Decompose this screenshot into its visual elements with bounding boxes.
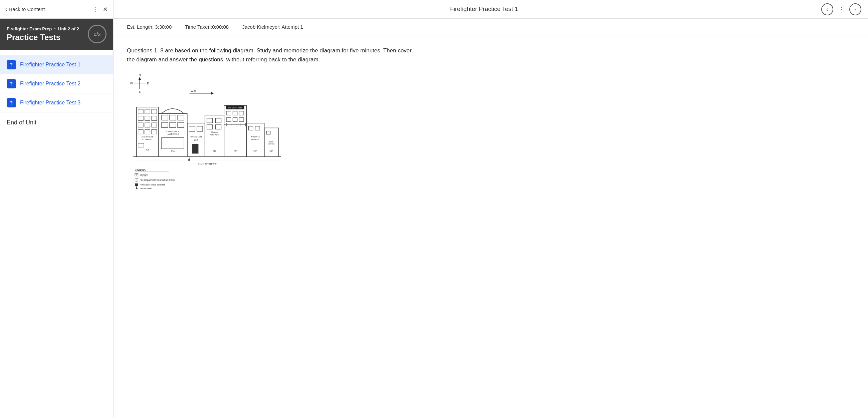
svg-text:Skylight: Skylight: [140, 174, 148, 177]
test3-icon: ?: [7, 98, 16, 107]
svg-rect-23: [138, 143, 144, 148]
svg-marker-6: [138, 77, 141, 80]
svg-text:214: 214: [171, 150, 175, 153]
sidebar-item-test3[interactable]: ? Firefighter Practice Test 3: [0, 93, 113, 113]
sidebar-item-test1[interactable]: ? Firefighter Practice Test 1: [0, 55, 113, 74]
diagram-svg: N S W E wind: [127, 73, 294, 189]
svg-text:The Dexter Hotel: The Dexter Hotel: [228, 107, 242, 109]
svg-rect-12: [145, 109, 150, 114]
sidebar-close-icon[interactable]: ✕: [103, 6, 108, 13]
nav-prev-button[interactable]: ‹: [821, 3, 833, 15]
sidebar-header-left: Firefighter Exam Prep • Unit 2 of 2 Prac…: [7, 26, 79, 42]
course-name: Firefighter Exam Prep: [7, 26, 52, 31]
test1-label: Firefighter Practice Test 1: [20, 62, 81, 68]
svg-rect-15: [145, 116, 150, 121]
svg-text:Door Co.: Door Co.: [268, 143, 275, 145]
svg-rect-84: [188, 159, 190, 161]
sidebar-item-test2[interactable]: ? Firefighter Practice Test 2: [0, 74, 113, 93]
svg-text:N: N: [138, 73, 141, 77]
svg-rect-39: [189, 126, 195, 131]
svg-rect-34: [162, 138, 184, 149]
content-area[interactable]: Questions 1–8 are based on the following…: [114, 35, 868, 417]
sidebar-items-list: ? Firefighter Practice Test 1 ? Firefigh…: [0, 50, 113, 417]
svg-rect-47: [215, 119, 221, 123]
back-chevron-icon: ‹: [5, 6, 7, 12]
svg-rect-11: [138, 109, 143, 114]
end-of-unit-label: End of Unit: [0, 113, 113, 133]
svg-text:COMPANY: COMPANY: [142, 138, 153, 140]
svg-rect-29: [169, 115, 176, 120]
svg-text:Champ's: Champ's: [211, 131, 218, 133]
unit-info: Unit 2 of 2: [58, 26, 79, 31]
svg-rect-60: [233, 118, 237, 122]
svg-text:LEGEND: LEGEND: [135, 169, 146, 172]
svg-rect-40: [197, 126, 203, 131]
sidebar-unit-meta: Firefighter Exam Prep • Unit 2 of 2: [7, 26, 79, 31]
svg-text:wind: wind: [191, 89, 196, 92]
svg-rect-33: [178, 122, 184, 127]
svg-text:E: E: [147, 82, 149, 85]
svg-rect-56: [226, 111, 231, 116]
user-attempt: Jacob Kielmeyer: Attempt 1: [242, 24, 303, 30]
svg-rect-48: [207, 125, 212, 129]
main-header: Firefighter Practice Test 1 ‹ ⋮ ›: [114, 0, 868, 19]
main-header-nav: ‹ ⋮ ›: [821, 3, 861, 15]
svg-text:Roll-Down Metal Shutters: Roll-Down Metal Shutters: [140, 184, 165, 186]
svg-rect-31: [162, 122, 168, 127]
sidebar-dots-icon[interactable]: ⋮: [93, 6, 99, 13]
svg-text:BROWN'S: BROWN'S: [251, 136, 260, 138]
svg-text:320: 320: [253, 150, 257, 153]
svg-text:CAMELBACK: CAMELBACK: [166, 130, 179, 132]
svg-text:LUMBER: LUMBER: [251, 138, 259, 140]
est-length: Est. Length: 3:30:00: [127, 24, 172, 30]
svg-rect-49: [215, 125, 221, 129]
back-to-content-label: Back to Content: [9, 6, 45, 12]
test2-icon: ?: [7, 79, 16, 88]
svg-text:F: F: [136, 180, 137, 181]
test1-icon: ?: [7, 60, 16, 69]
sidebar-header: Firefighter Exam Prep • Unit 2 of 2 Prac…: [0, 19, 113, 50]
svg-rect-53: [224, 106, 246, 157]
back-to-content-button[interactable]: ‹ Back to Content: [5, 6, 45, 12]
svg-rect-28: [162, 115, 168, 120]
svg-rect-14: [138, 116, 143, 121]
stats-bar: Est. Length: 3:30:00 Time Taken:0:00:08 …: [114, 19, 868, 35]
svg-rect-59: [226, 118, 231, 122]
svg-text:S: S: [139, 90, 141, 93]
sidebar-top-bar: ‹ Back to Content ⋮ ✕: [0, 0, 113, 19]
svg-rect-13: [152, 109, 157, 114]
svg-rect-96: [136, 188, 137, 189]
svg-rect-70: [248, 126, 253, 130]
test3-label: Firefighter Practice Test 3: [20, 100, 81, 106]
svg-text:212: 212: [194, 151, 198, 153]
svg-text:HARDWARE: HARDWARE: [166, 133, 179, 135]
diagram-container: N S W E wind: [127, 73, 414, 190]
svg-text:212: 212: [194, 139, 198, 141]
svg-marker-8: [211, 92, 214, 95]
svg-text:PINE DINER: PINE DINER: [190, 136, 202, 138]
svg-text:ACE DRESS: ACE DRESS: [142, 136, 154, 138]
svg-rect-20: [138, 130, 143, 134]
sidebar-top-icons: ⋮ ✕: [93, 6, 108, 13]
svg-rect-57: [233, 111, 237, 116]
main-content: Firefighter Practice Test 1 ‹ ⋮ › Est. L…: [114, 0, 868, 417]
svg-rect-30: [178, 115, 184, 120]
time-taken: Time Taken:0:00:08: [185, 24, 229, 30]
svg-text:218: 218: [213, 150, 216, 153]
svg-text:Fire Department Connection (FD: Fire Department Connection (FDC): [140, 179, 175, 182]
svg-rect-94: [135, 184, 138, 186]
svg-rect-46: [207, 119, 212, 123]
svg-rect-17: [138, 123, 143, 127]
nav-dots-icon[interactable]: ⋮: [837, 5, 846, 13]
main-header-title: Firefighter Practice Test 1: [147, 6, 821, 13]
svg-text:Fire Hydrant: Fire Hydrant: [140, 188, 152, 189]
svg-rect-76: [267, 131, 271, 134]
svg-rect-71: [255, 126, 260, 130]
progress-text: 0/3: [94, 31, 101, 37]
svg-rect-16: [152, 116, 157, 121]
svg-text:PINE STREET: PINE STREET: [198, 162, 217, 166]
svg-text:W: W: [130, 82, 133, 85]
nav-next-button[interactable]: ›: [849, 3, 861, 15]
svg-text:220: 220: [234, 150, 237, 153]
svg-rect-18: [145, 123, 150, 127]
